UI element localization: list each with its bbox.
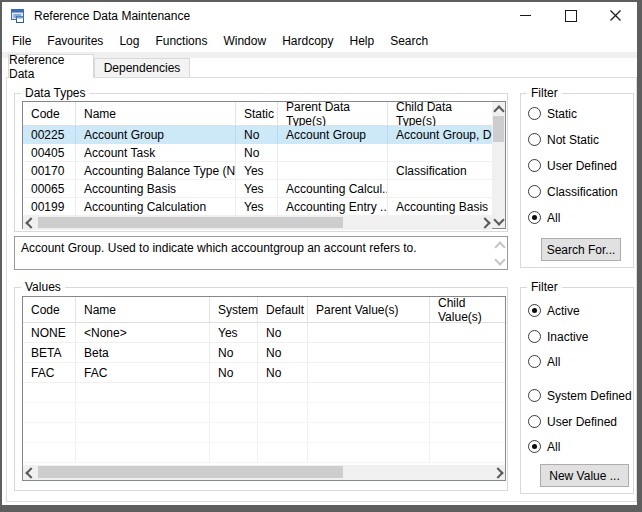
radio-icon — [528, 304, 541, 317]
radio-icon — [528, 185, 541, 198]
menu-window[interactable]: Window — [215, 30, 274, 52]
maximize-icon — [565, 10, 577, 22]
column-header-default[interactable]: Default — [258, 297, 308, 323]
minimize-icon — [520, 15, 531, 16]
values-header-row: Code Name System Default Parent Value(s)… — [23, 297, 505, 323]
radio-icon — [528, 133, 541, 146]
column-header-value-code[interactable]: Code — [23, 297, 76, 323]
menu-help[interactable]: Help — [341, 30, 382, 52]
scroll-left-icon[interactable] — [23, 466, 36, 480]
value-row-fac[interactable]: FAC FAC No No — [23, 363, 505, 383]
app-window: Reference Data Maintenance File Favourit… — [0, 0, 642, 512]
values-group-label: Values — [21, 280, 65, 294]
column-header-child-data-types[interactable]: Child Data Type(s) — [388, 102, 492, 126]
radio-icon — [528, 389, 541, 402]
app-icon — [10, 8, 26, 24]
tab-reference-data[interactable]: Reference Data — [8, 54, 94, 78]
menu-log[interactable]: Log — [111, 30, 147, 52]
description-scroll-down-icon[interactable] — [494, 254, 505, 265]
menu-functions[interactable]: Functions — [147, 30, 215, 52]
radio-icon — [528, 330, 541, 343]
radio-option-all-status[interactable]: All — [528, 354, 560, 369]
radio-icon — [528, 355, 541, 368]
menu-hardcopy[interactable]: Hardcopy — [274, 30, 341, 52]
menu-search[interactable]: Search — [382, 30, 436, 52]
value-filter-group: Filter Active Inactive All System Define… — [520, 287, 634, 494]
description-text: Account Group. Used to indicate which ac… — [21, 241, 487, 255]
values-table: Code Name System Default Parent Value(s)… — [22, 296, 506, 481]
radio-option-inactive[interactable]: Inactive — [528, 329, 588, 344]
new-value-button[interactable]: New Value ... — [540, 464, 629, 487]
radio-option-static[interactable]: Static — [528, 106, 577, 121]
radio-icon — [528, 211, 541, 224]
empty-row — [23, 383, 505, 403]
data-type-row-00405[interactable]: 00405 Account Task No — [23, 144, 492, 162]
empty-row — [23, 443, 505, 463]
radio-icon — [528, 159, 541, 172]
hscroll-thumb[interactable] — [38, 466, 343, 478]
data-type-row-00199[interactable]: 00199 Accounting Calculation Yes Account… — [23, 198, 492, 216]
scroll-right-icon[interactable] — [492, 466, 505, 480]
radio-icon — [528, 440, 541, 453]
window-border-right — [637, 0, 642, 512]
radio-icon — [528, 107, 541, 120]
menu-file[interactable]: File — [4, 30, 39, 52]
description-scroll-up-icon[interactable] — [494, 241, 505, 252]
data-types-header-row: Code Name Static Parent Data Type(s) Chi… — [23, 102, 492, 126]
type-filter-group-label: Filter — [527, 86, 562, 100]
window-border-bottom — [0, 505, 642, 512]
value-filter-group-label: Filter — [527, 280, 562, 294]
data-type-row-00170[interactable]: 00170 Accounting Balance Type (N... Yes … — [23, 162, 492, 180]
column-header-value-name[interactable]: Name — [76, 297, 210, 323]
window-border-left — [0, 0, 2, 512]
data-types-table: Code Name Static Parent Data Type(s) Chi… — [22, 101, 506, 229]
column-header-parent-values[interactable]: Parent Value(s) — [308, 297, 430, 323]
values-hscrollbar[interactable] — [23, 465, 505, 480]
column-header-code[interactable]: Code — [23, 102, 76, 126]
scroll-down-icon[interactable] — [492, 214, 505, 228]
close-button[interactable] — [593, 1, 638, 30]
column-header-parent-data-types[interactable]: Parent Data Type(s) — [278, 102, 388, 126]
column-header-system[interactable]: System — [210, 297, 258, 323]
vscroll-thumb[interactable] — [493, 116, 504, 142]
radio-option-not-static[interactable]: Not Static — [528, 132, 599, 147]
scroll-right-icon[interactable] — [479, 216, 492, 230]
data-types-hscrollbar[interactable] — [23, 216, 492, 230]
menu-bar: File Favourites Log Functions Window Har… — [4, 30, 634, 52]
tab-dependencies[interactable]: Dependencies — [94, 58, 190, 77]
column-header-name[interactable]: Name — [76, 102, 236, 126]
radio-icon — [528, 415, 541, 428]
radio-option-active[interactable]: Active — [528, 303, 580, 318]
data-type-row-00225[interactable]: 00225 Account Group No Account Group Acc… — [23, 126, 492, 144]
value-row-none[interactable]: NONE <None> Yes No — [23, 323, 505, 343]
scroll-left-icon[interactable] — [23, 216, 36, 230]
hscroll-thumb[interactable] — [38, 217, 343, 228]
minimize-button[interactable] — [503, 1, 548, 30]
menu-favourites[interactable]: Favourites — [39, 30, 111, 52]
radio-option-classification[interactable]: Classification — [528, 184, 618, 199]
tab-dependencies-label: Dependencies — [104, 61, 181, 75]
window-title: Reference Data Maintenance — [34, 9, 190, 23]
close-icon — [610, 10, 621, 21]
data-types-vscrollbar[interactable] — [492, 102, 505, 228]
radio-option-user-defined[interactable]: User Defined — [528, 158, 617, 173]
radio-option-user-defined-values[interactable]: User Defined — [528, 414, 617, 429]
tab-reference-data-label: Reference Data — [9, 53, 93, 81]
search-for-button[interactable]: Search For... — [541, 238, 621, 261]
scroll-up-icon[interactable] — [492, 102, 505, 116]
empty-row — [23, 403, 505, 423]
description-box[interactable]: Account Group. Used to indicate which ac… — [14, 236, 508, 270]
radio-option-all-values[interactable]: All — [528, 439, 560, 454]
value-row-beta[interactable]: BETA Beta No No — [23, 343, 505, 363]
column-header-static[interactable]: Static — [236, 102, 278, 126]
data-type-row-00065[interactable]: 00065 Accounting Basis Yes Accounting Ca… — [23, 180, 492, 198]
column-header-child-values[interactable]: Child Value(s) — [430, 297, 505, 323]
radio-option-all-types[interactable]: All — [528, 210, 560, 225]
radio-option-system-defined[interactable]: System Defined — [528, 388, 632, 403]
maximize-button[interactable] — [548, 1, 593, 30]
empty-row — [23, 423, 505, 443]
data-types-group-label: Data Types — [21, 86, 89, 100]
